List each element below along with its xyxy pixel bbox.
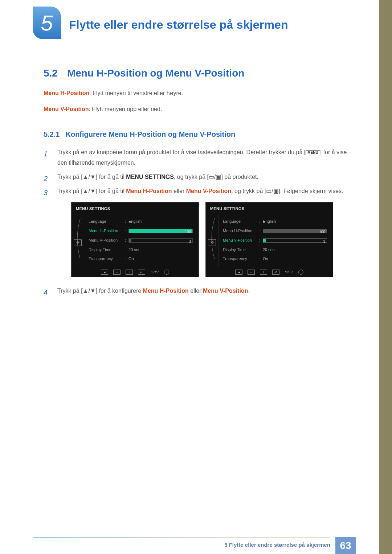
section-content: 5.2Menu H-Position og Menu V-Position Me… [44, 67, 348, 300]
section-heading: 5.2Menu H-Position og Menu V-Position [44, 67, 348, 79]
page-number: 63 [335, 537, 356, 554]
osd-auto-label: AUTO [150, 270, 159, 274]
term-v: Menu V-Position [44, 106, 89, 112]
osd-row-dtime: Display Time:20 sec [89, 245, 195, 255]
step-2: 2 Trykk på [▲/▼] for å gå til MENU SETTI… [44, 172, 348, 182]
move-icon: ✥ [74, 239, 82, 246]
subsection-heading: 5.2.1Konfigurere Menu H-Position og Menu… [44, 130, 348, 139]
section-number: 5.2 [44, 67, 58, 79]
osd-button-bar: ◂ − + ↵ AUTO [206, 270, 333, 275]
osd-back-icon: ◂ [235, 270, 242, 275]
step-1: 1 Trykk på en av knappene foran på produ… [44, 147, 348, 168]
step-4: 4 Trykk på [▲/▼] for å konfigurere Menu … [44, 286, 348, 296]
osd-button-bar: ◂ − + ↵ AUTO [72, 270, 199, 275]
term-h: Menu H-Position [44, 90, 89, 96]
up-down-icon: ▲/▼ [83, 288, 96, 294]
menu-button-icon: MENU [306, 150, 320, 155]
section-title: Menu H-Position og Menu V-Position [67, 67, 244, 79]
desc-v-position: Menu V-Position: Flytt menyen opp eller … [44, 104, 348, 114]
subsection-title: Konfigurere Menu H-Position og Menu V-Po… [65, 130, 235, 138]
osd-row-language: Language:English [223, 217, 329, 226]
enter-icon: ▭/▣ [266, 188, 278, 194]
osd-power-icon [298, 270, 303, 275]
subsection-number: 5.2.1 [44, 130, 60, 138]
osd-row-hpos: Menu H-Position:100 [89, 226, 195, 236]
desc-h-position: Menu H-Position: Flytt menyen til venstr… [44, 89, 348, 98]
osd-side-curve: ✥ [206, 215, 219, 266]
page-footer: 5 Flytte eller endre størrelse på skjerm… [0, 537, 392, 554]
chapter-number: 5 [41, 11, 53, 36]
osd-row-vpos: Menu V-Position:3 [89, 236, 195, 245]
osd-menu-hpos: MENU SETTINGS ✥ Language:English Menu H-… [71, 202, 199, 277]
osd-title: MENU SETTINGS [72, 202, 199, 215]
up-down-icon: ▲/▼ [83, 188, 96, 194]
osd-plus-icon: + [260, 270, 267, 275]
chapter-badge: 5 [33, 7, 61, 43]
osd-title: MENU SETTINGS [206, 202, 333, 215]
osd-row-language: Language:English [89, 217, 195, 226]
enter-icon: ▭/▣ [209, 174, 221, 180]
osd-enter-icon: ↵ [138, 270, 145, 275]
footer-chapter-label: 5 Flytte eller endre størrelse på skjerm… [224, 542, 330, 548]
osd-screenshots: MENU SETTINGS ✥ Language:English Menu H-… [71, 202, 348, 277]
osd-minus-icon: − [113, 270, 121, 275]
osd-row-trans: Transparency:On [223, 254, 329, 264]
side-accent-bar [379, 0, 392, 554]
osd-auto-label: AUTO [285, 270, 293, 274]
osd-plus-icon: + [126, 270, 133, 275]
osd-minus-icon: − [248, 270, 255, 275]
osd-row-trans: Transparency:On [89, 254, 195, 264]
osd-back-icon: ◂ [101, 270, 108, 275]
osd-row-hpos: Menu H-Position:100 [223, 226, 329, 236]
osd-enter-icon: ↵ [272, 270, 279, 275]
chapter-title: Flytte eller endre størrelse på skjermen [69, 18, 288, 32]
move-icon: ✥ [208, 239, 216, 246]
osd-side-curve: ✥ [72, 215, 84, 266]
steps-list: 1 Trykk på en av knappene foran på produ… [44, 147, 348, 296]
step-3: 3 Trykk på [▲/▼] for å gå til Menu H-Pos… [44, 186, 348, 278]
footer-divider [33, 537, 330, 538]
osd-row-vpos: Menu V-Position:3 [223, 236, 329, 245]
osd-row-dtime: Display Time:20 sec [223, 245, 329, 255]
chapter-header: 5 Flytte eller endre størrelse på skjerm… [33, 7, 288, 43]
osd-menu-vpos: MENU SETTINGS ✥ Language:English Menu H-… [205, 202, 333, 277]
osd-power-icon [164, 270, 169, 275]
manual-page: 5 Flytte eller endre størrelse på skjerm… [0, 0, 392, 554]
up-down-icon: ▲/▼ [83, 174, 96, 180]
